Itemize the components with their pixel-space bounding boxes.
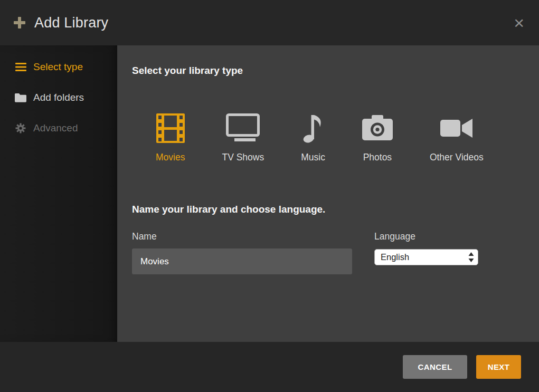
name-language-form: Name Language English (132, 231, 539, 274)
library-type-tv-shows[interactable]: TV Shows (222, 113, 264, 163)
next-button[interactable]: NEXT (476, 355, 521, 379)
library-type-label: TV Shows (222, 152, 264, 163)
close-icon[interactable]: × (510, 13, 527, 33)
language-field-label: Language (374, 231, 478, 242)
camera-icon (362, 113, 393, 144)
language-select[interactable]: English (374, 249, 478, 265)
library-type-movies[interactable]: Movies (156, 113, 185, 163)
gear-icon (15, 123, 26, 133)
library-type-row: Movies TV Shows (156, 113, 539, 163)
library-type-label: Photos (363, 152, 392, 163)
dialog-header: Add Library × (0, 0, 539, 45)
language-select-value: English (381, 252, 409, 262)
wizard-steps-sidebar: Select type Add folders (0, 45, 117, 342)
sidebar-item-label: Advanced (33, 122, 78, 134)
add-library-dialog: Add Library × Select type (0, 0, 539, 392)
camcorder-icon (440, 113, 473, 144)
library-type-label: Music (301, 152, 325, 163)
name-language-heading: Name your library and choose language. (132, 203, 539, 216)
sidebar-item-label: Select type (33, 61, 83, 73)
cancel-button[interactable]: CANCEL (403, 355, 467, 379)
name-field-label: Name (132, 231, 352, 242)
library-type-label: Movies (156, 152, 185, 163)
plus-icon (14, 17, 25, 28)
sidebar-item-select-type[interactable]: Select type (0, 52, 117, 82)
music-note-icon (302, 113, 324, 144)
dialog-title: Add Library (34, 15, 108, 31)
tv-icon (226, 113, 260, 144)
main-content: Select your library type (117, 45, 539, 342)
language-field-group: Language English (374, 231, 478, 274)
sidebar-item-add-folders[interactable]: Add folders (0, 82, 117, 113)
select-arrows-icon (468, 252, 474, 262)
library-type-music[interactable]: Music (301, 113, 325, 163)
select-type-heading: Select your library type (132, 64, 539, 77)
library-name-input[interactable] (132, 248, 352, 274)
dialog-footer: CANCEL NEXT (0, 342, 539, 392)
library-type-label: Other Videos (430, 152, 484, 163)
list-lines-icon (15, 63, 26, 71)
folder-icon (15, 93, 26, 102)
sidebar-item-label: Add folders (33, 92, 84, 103)
sidebar-item-advanced[interactable]: Advanced (0, 113, 117, 144)
library-type-other-videos[interactable]: Other Videos (430, 113, 484, 163)
filmstrip-icon (156, 113, 185, 144)
library-type-photos[interactable]: Photos (362, 113, 393, 163)
name-field-group: Name (132, 231, 352, 274)
dialog-body: Select type Add folders (0, 45, 539, 342)
